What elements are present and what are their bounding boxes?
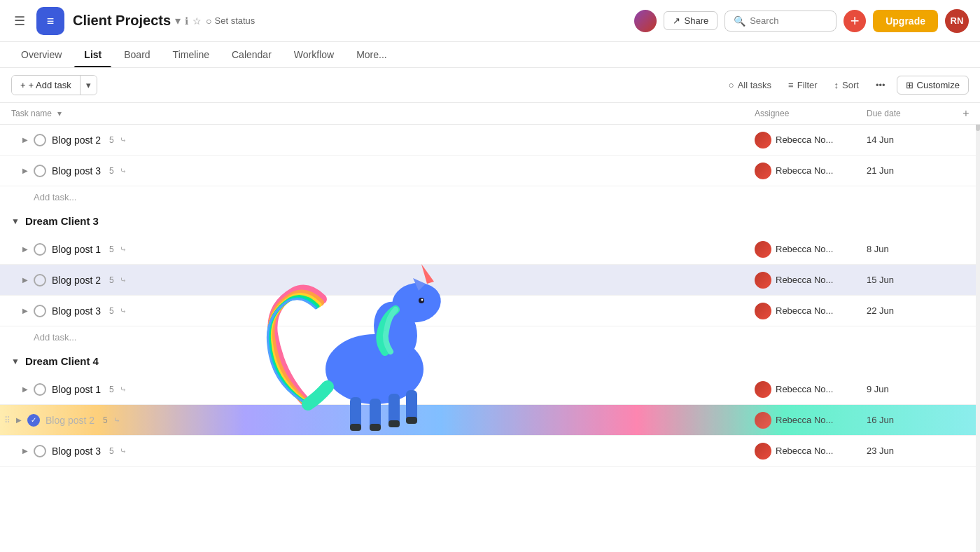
task-check[interactable] bbox=[34, 445, 46, 457]
assignee-name: Rebecca No... bbox=[776, 275, 833, 285]
task-check[interactable]: ✓ bbox=[27, 414, 40, 427]
tab-workflow[interactable]: Workflow bbox=[284, 42, 344, 67]
drag-handle-icon[interactable]: ⠿ bbox=[0, 415, 13, 425]
filter-button[interactable]: ≡ Filter bbox=[783, 76, 822, 94]
assignee-name: Rebecca No... bbox=[776, 305, 833, 316]
task-due-date: 9 Jun bbox=[861, 384, 952, 394]
tab-more[interactable]: More... bbox=[346, 42, 397, 67]
task-check[interactable] bbox=[34, 305, 46, 317]
subtask-icon: ⤷ bbox=[120, 446, 127, 456]
expand-icon[interactable]: ▶ bbox=[16, 416, 22, 424]
table-row[interactable]: ▶ Blog post 2 5 ⤷ Rebecca No... 14 Jun bbox=[0, 125, 980, 156]
search-icon: 🔍 bbox=[734, 15, 746, 27]
task-main-cell: ▶ Blog post 3 5 ⤷ bbox=[0, 445, 749, 457]
sort-button[interactable]: ↕ Sort bbox=[829, 76, 864, 94]
user-avatar[interactable]: RN bbox=[945, 9, 969, 33]
task-main-cell: ▶ Blog post 2 5 ⤷ bbox=[0, 274, 749, 287]
expand-icon[interactable]: ▶ bbox=[22, 307, 28, 315]
task-name: Blog post 2 bbox=[46, 415, 94, 426]
tab-timeline[interactable]: Timeline bbox=[163, 42, 219, 67]
col-sort-arrow[interactable]: ▾ bbox=[57, 109, 62, 118]
task-main-cell: ▶ Blog post 1 5 ⤷ bbox=[0, 243, 749, 256]
col-header-assignee: Assignee bbox=[749, 109, 861, 118]
section-header-dream-client-3: ▼ Dream Client 3 bbox=[0, 208, 980, 234]
search-box[interactable]: 🔍 bbox=[724, 11, 836, 32]
expand-icon[interactable]: ▶ bbox=[22, 385, 28, 393]
add-task-inline[interactable]: Add task... bbox=[0, 186, 980, 208]
task-check[interactable] bbox=[34, 383, 46, 396]
section-collapse-icon[interactable]: ▼ bbox=[11, 357, 20, 366]
table-row[interactable]: ▶ Blog post 3 5 ⤷ Rebecca No... 21 Jun bbox=[0, 156, 980, 186]
tab-overview[interactable]: Overview bbox=[11, 42, 71, 67]
task-count: 5 bbox=[109, 446, 114, 456]
task-name: Blog post 1 bbox=[52, 384, 101, 395]
table-row[interactable]: ▶ Blog post 1 5 ⤷ Rebecca No... 8 Jun bbox=[0, 234, 980, 265]
add-new-button[interactable]: + bbox=[844, 10, 866, 32]
star-icon[interactable]: ☆ bbox=[192, 15, 202, 27]
task-check[interactable] bbox=[34, 165, 46, 177]
tab-calendar[interactable]: Calendar bbox=[222, 42, 281, 67]
all-tasks-button[interactable]: ○ All tasks bbox=[723, 76, 777, 94]
avatar bbox=[755, 303, 771, 319]
assignee-name: Rebecca No... bbox=[776, 134, 833, 145]
share-icon: ↗ bbox=[673, 15, 680, 26]
avatar bbox=[755, 241, 771, 258]
col-header-add[interactable]: + bbox=[952, 107, 980, 120]
expand-icon[interactable]: ▶ bbox=[22, 136, 28, 144]
add-task-main-button[interactable]: + + Add task bbox=[12, 76, 80, 95]
more-options-button[interactable]: ••• bbox=[870, 76, 891, 94]
task-name: Blog post 1 bbox=[52, 244, 101, 255]
subtask-icon: ⤷ bbox=[113, 415, 120, 425]
subtask-icon: ⤷ bbox=[120, 275, 127, 285]
table-row[interactable]: ▶ Blog post 3 5 ⤷ Rebecca No... 22 Jun bbox=[0, 296, 980, 326]
tab-board[interactable]: Board bbox=[114, 42, 160, 67]
add-task-inline[interactable]: Add task... bbox=[0, 326, 980, 348]
task-assignee-cell: Rebecca No... bbox=[749, 443, 861, 460]
expand-icon[interactable]: ▶ bbox=[22, 447, 28, 455]
search-input[interactable] bbox=[750, 15, 827, 26]
app-icon: ≡ bbox=[36, 7, 64, 35]
table-row[interactable]: ▶ Blog post 3 5 ⤷ Rebecca No... 23 Jun bbox=[0, 436, 980, 467]
task-name: Blog post 2 bbox=[52, 275, 101, 286]
expand-icon[interactable]: ▶ bbox=[22, 276, 28, 284]
task-count: 5 bbox=[109, 244, 114, 254]
hamburger-button[interactable]: ☰ bbox=[11, 11, 28, 32]
section-title[interactable]: Dream Client 4 bbox=[25, 355, 99, 367]
avatar bbox=[755, 132, 771, 149]
task-table: Task name ▾ Assignee Due date + ▶ Blog p… bbox=[0, 103, 980, 552]
chevron-down-icon[interactable]: ▾ bbox=[175, 14, 181, 27]
task-check[interactable] bbox=[34, 134, 46, 146]
assignee-name: Rebecca No... bbox=[776, 446, 833, 456]
task-due-date: 16 Jun bbox=[861, 415, 952, 425]
set-status-button[interactable]: ○ Set status bbox=[206, 15, 255, 27]
task-count: 5 bbox=[103, 415, 108, 425]
section-collapse-icon[interactable]: ▼ bbox=[11, 216, 20, 226]
table-row[interactable]: ▶ Blog post 2 5 ⤷ Rebecca No... 15 Jun bbox=[0, 265, 980, 296]
share-button[interactable]: ↗ Share bbox=[664, 11, 718, 30]
circle-icon: ○ bbox=[729, 80, 734, 90]
expand-icon[interactable]: ▶ bbox=[22, 167, 28, 174]
upgrade-button[interactable]: Upgrade bbox=[873, 10, 938, 32]
table-row-dragging[interactable]: ⠿ ▶ ✓ Blog post 2 5 ⤷ Rebecca No... 16 J… bbox=[0, 405, 980, 436]
scrollbar-track[interactable] bbox=[976, 103, 980, 552]
task-name: Blog post 3 bbox=[52, 446, 101, 457]
section-title[interactable]: Dream Client 3 bbox=[25, 215, 99, 227]
task-due-date: 21 Jun bbox=[861, 165, 952, 176]
task-check[interactable] bbox=[34, 274, 46, 287]
avatar bbox=[755, 272, 771, 289]
task-check[interactable] bbox=[34, 243, 46, 256]
table-row[interactable]: ▶ Blog post 1 5 ⤷ Rebecca No... 9 Jun bbox=[0, 374, 980, 405]
nav-tabs: Overview List Board Timeline Calendar Wo… bbox=[0, 42, 980, 68]
expand-icon[interactable]: ▶ bbox=[22, 245, 28, 253]
customize-button[interactable]: ⊞ Customize bbox=[897, 76, 969, 95]
add-task-dropdown-button[interactable]: ▾ bbox=[80, 76, 97, 95]
current-user-avatar-small[interactable] bbox=[634, 10, 657, 32]
sort-icon: ↕ bbox=[834, 80, 839, 90]
task-name: Blog post 2 bbox=[52, 134, 101, 146]
task-count: 5 bbox=[109, 385, 114, 394]
task-count: 5 bbox=[109, 135, 114, 145]
tab-list[interactable]: List bbox=[74, 42, 111, 67]
task-due-date: 23 Jun bbox=[861, 446, 952, 456]
info-icon[interactable]: ℹ bbox=[185, 15, 188, 27]
task-assignee-cell: Rebecca No... bbox=[749, 272, 861, 289]
